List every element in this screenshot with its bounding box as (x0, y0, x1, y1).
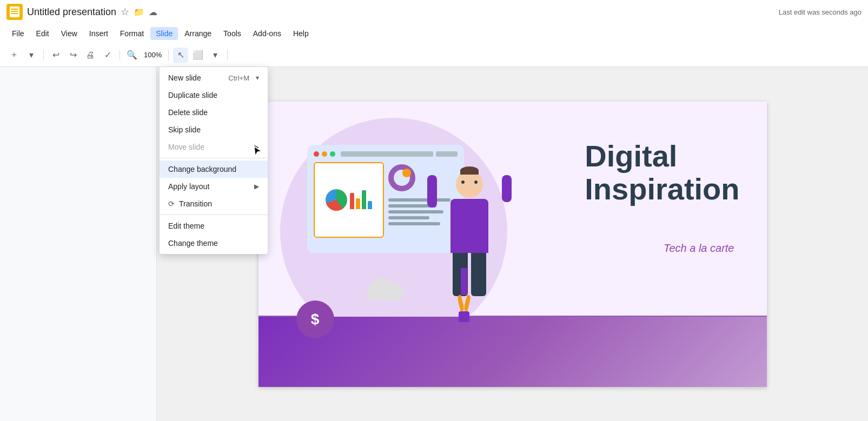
dropdown-delete-slide[interactable]: Delete slide (160, 104, 268, 121)
move-slide-label: Move slide (168, 143, 204, 151)
slide-panel (0, 67, 157, 421)
char-arm-r (502, 175, 512, 202)
bar-3 (362, 190, 366, 209)
menu-item-insert[interactable]: Insert (84, 27, 114, 40)
dropdown-new-slide[interactable]: New slide Ctrl+M ▾ (160, 69, 268, 86)
char-legs (437, 253, 502, 296)
dropdown-edit-theme[interactable]: Edit theme (160, 217, 268, 235)
bar-chart (350, 190, 372, 209)
menu-item-format[interactable]: Format (115, 27, 149, 40)
duplicate-slide-label: Duplicate slide (168, 91, 217, 99)
dot-red (314, 151, 319, 157)
folder-icon[interactable]: 📁 (134, 7, 144, 17)
donut-segment (402, 169, 411, 177)
skip-slide-label: Skip slide (168, 125, 201, 134)
cursor-tool-button[interactable]: ↖ (173, 48, 188, 63)
edit-theme-label: Edit theme (168, 222, 204, 230)
dropdown-apply-layout[interactable]: Apply layout ▶ (160, 178, 268, 195)
change-theme-label: Change theme (168, 239, 218, 248)
char-hair (460, 166, 479, 175)
char-eye-r (474, 181, 478, 184)
apply-layout-arrow: ▶ (254, 183, 259, 190)
zoom-level: 100% (144, 51, 162, 59)
toolbar-separator-2 (120, 50, 120, 61)
slide-title: Digital Inspiration (585, 139, 739, 206)
menu-item-tools[interactable]: Tools (218, 27, 247, 40)
title-bar: Untitled presentation ☆ 📁 ☁ Last edit wa… (0, 0, 868, 24)
plant-decoration (459, 268, 469, 322)
more-tools-button[interactable]: ▾ (208, 48, 223, 63)
char-body (450, 199, 488, 253)
cloud-icon[interactable]: ☁ (149, 7, 157, 17)
main-area: $ Digital Inspiratio (0, 67, 868, 421)
plant-pot (459, 311, 469, 322)
new-slide-label: New slide (168, 73, 201, 82)
dropdown-change-background[interactable]: Change background (160, 161, 268, 178)
dropdown-divider-2 (160, 215, 268, 215)
change-background-label: Change background (168, 165, 236, 173)
text-line-4 (388, 216, 430, 219)
char-head (456, 171, 483, 198)
move-slide-arrow: ▶ (254, 143, 259, 151)
title-icons: ☆ 📁 ☁ (121, 6, 157, 18)
print-button[interactable]: 🖨 (83, 48, 98, 63)
menu-item-file[interactable]: File (6, 27, 30, 40)
dropdown-skip-slide[interactable]: Skip slide (160, 121, 268, 138)
slide-canvas: $ Digital Inspiratio (259, 102, 767, 387)
cloud-decoration (367, 284, 405, 300)
menu-item-arrange[interactable]: Arrange (179, 27, 217, 40)
menu-item-edit[interactable]: Edit (31, 27, 55, 40)
dropdown-divider-1 (160, 158, 268, 158)
toolbar-separator-1 (43, 50, 44, 61)
apply-layout-label: Apply layout (168, 182, 209, 191)
dropdown-duplicate-slide[interactable]: Duplicate slide (160, 86, 268, 104)
text-tool-button[interactable]: ⬜ (190, 48, 206, 63)
cloud-bump2 (382, 280, 394, 292)
new-slide-shortcut: Ctrl+M (228, 74, 249, 82)
menu-bar: File Edit View Insert Format Slide Arran… (0, 24, 868, 43)
star-icon[interactable]: ☆ (121, 6, 129, 18)
dollar-sign: $ (311, 311, 320, 328)
plant-leaves (459, 295, 469, 311)
plant-stem (461, 268, 467, 295)
char-arm-l (427, 175, 437, 208)
transition-icon: ⟳ (168, 199, 175, 208)
menu-item-slide[interactable]: Slide (150, 27, 178, 40)
toolbar-separator-3 (168, 50, 169, 61)
text-line-3 (388, 210, 443, 213)
char-leg-r (471, 253, 486, 296)
dropdown-move-slide: Move slide ▶ (160, 138, 268, 156)
add-slide-button[interactable]: ＋ (6, 48, 22, 63)
menu-item-help[interactable]: Help (288, 27, 314, 40)
dash-address-bar (341, 151, 433, 157)
redo-button[interactable]: ↪ (65, 48, 81, 63)
cloud-shape (367, 284, 405, 300)
slide-purple-bar (259, 317, 767, 387)
last-edit-status: Last edit was seconds ago (779, 8, 862, 16)
dollar-coin: $ (296, 300, 334, 338)
toolbar: ＋ ▾ ↩ ↪ 🖨 ✓ 🔍 100% ↖ ⬜ ▾ (0, 43, 868, 67)
donut-chart (388, 164, 415, 191)
slide-dropdown-menu: New slide Ctrl+M ▾ Duplicate slide Delet… (160, 67, 268, 254)
dropdown-arrow-button[interactable]: ▾ (256, 74, 259, 82)
undo-button[interactable]: ↩ (48, 48, 63, 63)
toolbar-separator-4 (227, 50, 228, 61)
add-dropdown-button[interactable]: ▾ (24, 48, 39, 63)
menu-item-addons[interactable]: Add-ons (248, 27, 287, 40)
dropdown-change-theme[interactable]: Change theme (160, 235, 268, 252)
presentation-title[interactable]: Untitled presentation (27, 6, 116, 18)
dot-yellow (322, 151, 327, 157)
dash-btn (436, 151, 458, 157)
char-eye-l (461, 181, 465, 184)
dropdown-transition[interactable]: ⟳ Transition (160, 195, 268, 212)
transition-label: Transition (179, 199, 212, 208)
bar-2 (356, 198, 360, 209)
text-line-5 (388, 222, 440, 225)
dash-topbar (314, 151, 458, 157)
slide-title-line1: Digital (585, 139, 739, 173)
spell-check-button[interactable]: ✓ (100, 48, 115, 63)
zoom-out-button[interactable]: 🔍 (124, 48, 140, 63)
menu-item-view[interactable]: View (56, 27, 83, 40)
app-logo (6, 4, 23, 20)
slide-title-line2: Inspiration (585, 172, 739, 206)
